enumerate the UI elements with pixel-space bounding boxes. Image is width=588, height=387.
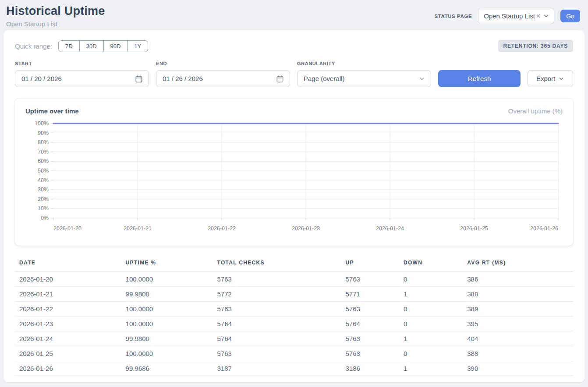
start-date-input[interactable]: 01 / 20 / 2026 xyxy=(15,70,149,87)
quick-range-button-7d[interactable]: 7D xyxy=(58,40,80,52)
table-cell: 5763 xyxy=(214,346,342,361)
table-cell: 2026-01-20 xyxy=(15,272,122,287)
table-header-cell: DOWN xyxy=(400,256,464,272)
table-cell: 2026-01-24 xyxy=(15,331,122,346)
end-date-field: END 01 / 26 / 2026 xyxy=(156,61,290,87)
page-header-left: Historical Uptime Open Startup List xyxy=(6,4,105,28)
table-cell: 2026-01-26 xyxy=(15,361,122,376)
uptime-table: DATEUPTIME %TOTAL CHECKSUPDOWNAVG RT (MS… xyxy=(15,256,573,376)
export-button-label: Export xyxy=(536,75,555,82)
table-cell: 99.9686 xyxy=(122,361,214,376)
go-button[interactable]: Go xyxy=(560,10,580,22)
svg-text:2026-01-21: 2026-01-21 xyxy=(124,225,152,232)
svg-text:0%: 0% xyxy=(41,215,49,221)
table-header-cell: DATE xyxy=(15,256,122,272)
table-cell: 1 xyxy=(400,361,464,376)
svg-text:2026-01-25: 2026-01-25 xyxy=(460,225,488,232)
retention-badge: RETENTION: 365 DAYS xyxy=(498,40,573,52)
quick-range-group: 7D30D90D1Y xyxy=(58,40,148,52)
table-cell: 5763 xyxy=(342,302,400,317)
table-cell: 2026-01-25 xyxy=(15,346,122,361)
table-row: 2026-01-23100.0000576457640395 xyxy=(15,317,573,331)
table-cell: 100.0000 xyxy=(122,272,214,287)
page-header-right: STATUS PAGE Open Startup List × Go xyxy=(434,8,580,24)
table-cell: 100.0000 xyxy=(122,346,214,361)
page-title: Historical Uptime xyxy=(6,4,105,18)
chart-header: Uptime over time Overall uptime (%) xyxy=(25,106,563,119)
refresh-button[interactable]: Refresh xyxy=(438,70,521,87)
granularity-label: GRANULARITY xyxy=(297,61,431,66)
quick-range-label: Quick range: xyxy=(15,42,52,50)
chevron-down-icon xyxy=(543,13,549,19)
table-cell: 388 xyxy=(464,346,573,361)
start-date-label: START xyxy=(15,61,149,66)
export-button[interactable]: Export xyxy=(528,70,573,87)
start-date-value: 01 / 20 / 2026 xyxy=(21,75,62,82)
table-cell: 0 xyxy=(400,346,464,361)
svg-text:2026-01-22: 2026-01-22 xyxy=(208,225,236,232)
table-cell: 5763 xyxy=(342,346,400,361)
table-row: 2026-01-22100.0000576357630389 xyxy=(15,302,573,317)
quick-range-button-30d[interactable]: 30D xyxy=(80,40,104,52)
svg-text:30%: 30% xyxy=(38,186,49,193)
table-cell: 2026-01-21 xyxy=(15,287,122,302)
page-header: Historical Uptime Open Startup List STAT… xyxy=(0,0,588,30)
chart-title: Uptime over time xyxy=(25,107,79,115)
svg-text:2026-01-24: 2026-01-24 xyxy=(376,225,404,232)
svg-text:80%: 80% xyxy=(38,139,49,145)
main-card: Quick range: 7D30D90D1Y RETENTION: 365 D… xyxy=(4,30,584,382)
quick-range-button-90d[interactable]: 90D xyxy=(104,40,128,52)
table-cell: 5764 xyxy=(214,331,342,346)
granularity-field: GRANULARITY Page (overall) xyxy=(297,61,431,87)
start-date-field: START 01 / 20 / 2026 xyxy=(15,61,149,87)
table-header-cell: TOTAL CHECKS xyxy=(214,256,342,272)
status-page-label: STATUS PAGE xyxy=(434,14,472,19)
end-date-input[interactable]: 01 / 26 / 2026 xyxy=(156,70,290,87)
calendar-icon[interactable] xyxy=(276,74,284,83)
end-date-value: 01 / 26 / 2026 xyxy=(163,75,203,82)
table-cell: 0 xyxy=(400,272,464,287)
table-cell: 386 xyxy=(464,272,573,287)
svg-text:2026-01-20: 2026-01-20 xyxy=(53,225,81,232)
granularity-select[interactable]: Page (overall) xyxy=(297,70,431,87)
table-cell: 100.0000 xyxy=(122,317,214,331)
quick-range-button-1y[interactable]: 1Y xyxy=(128,40,148,52)
svg-text:90%: 90% xyxy=(38,130,49,136)
table-cell: 5763 xyxy=(214,272,342,287)
table-cell: 5771 xyxy=(342,287,400,302)
table-cell: 5763 xyxy=(214,302,342,317)
status-page-selected-value: Open Startup List xyxy=(484,12,535,20)
granularity-selected-value: Page (overall) xyxy=(304,75,344,82)
uptime-chart-svg: 0%10%20%30%40%50%60%70%80%90%100%2026-01… xyxy=(25,119,563,234)
svg-text:60%: 60% xyxy=(38,158,49,164)
table-header-cell: UP xyxy=(342,256,400,272)
table-row: 2026-01-2699.9686318731861390 xyxy=(15,361,573,376)
svg-text:40%: 40% xyxy=(38,177,49,183)
close-icon[interactable]: × xyxy=(536,13,540,20)
table-cell: 2026-01-23 xyxy=(15,317,122,331)
table-row: 2026-01-2499.9800576457631404 xyxy=(15,331,573,346)
chart-legend: Overall uptime (%) xyxy=(508,107,563,115)
table-cell: 1 xyxy=(400,331,464,346)
svg-text:20%: 20% xyxy=(38,196,49,202)
filters-row: START 01 / 20 / 2026 END 01 / 26 / 2026 … xyxy=(15,61,573,87)
chevron-down-icon xyxy=(418,75,425,82)
calendar-icon[interactable] xyxy=(135,74,143,83)
table-cell: 99.9800 xyxy=(122,287,214,302)
table-cell: 389 xyxy=(464,302,573,317)
chevron-down-icon xyxy=(558,76,564,82)
svg-text:50%: 50% xyxy=(38,168,49,174)
table-cell: 0 xyxy=(400,317,464,331)
table-cell: 0 xyxy=(400,302,464,317)
table-cell: 5764 xyxy=(342,317,400,331)
table-cell: 2026-01-22 xyxy=(15,302,122,317)
table-cell: 404 xyxy=(464,331,573,346)
uptime-chart-card: Uptime over time Overall uptime (%) 0%10… xyxy=(15,99,573,246)
table-cell: 5763 xyxy=(342,272,400,287)
page-subtitle: Open Startup List xyxy=(6,20,105,28)
svg-text:100%: 100% xyxy=(35,120,49,127)
status-page-select[interactable]: Open Startup List × xyxy=(478,8,554,24)
table-row: 2026-01-2199.9800577257711388 xyxy=(15,287,573,302)
table-header-cell: AVG RT (MS) xyxy=(464,256,573,272)
table-cell: 3187 xyxy=(214,361,342,376)
